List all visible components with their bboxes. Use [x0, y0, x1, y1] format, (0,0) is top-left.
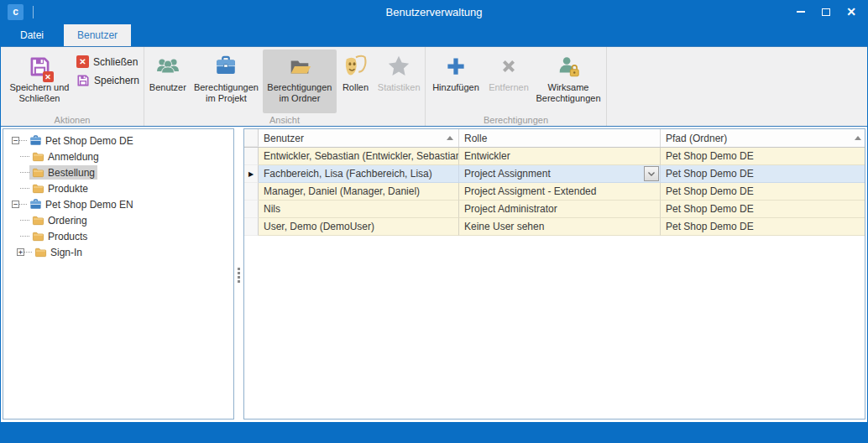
permissions-in-folder-button[interactable]: Berechtigungen im Ordner — [263, 50, 336, 113]
grid-row-user-demo[interactable]: User, Demo (DemoUser) Keine User sehen P… — [244, 218, 865, 236]
close-x-icon: ✕ — [76, 55, 89, 68]
app-icon[interactable]: c — [8, 4, 24, 20]
permissions-in-folder-label: Berechtigungen im Ordner — [263, 82, 336, 104]
folder-icon — [32, 230, 44, 242]
status-bar — [1, 422, 867, 443]
expand-expander-icon[interactable]: + — [17, 248, 24, 256]
folder-tree-panel: − Pet Shop Demo DE — [3, 128, 234, 420]
cell-benutzer[interactable]: User, Demo (DemoUser) — [259, 218, 459, 236]
tree-connector — [19, 204, 27, 205]
grid-row-entwickler[interactable]: Entwickler, Sebastian (Entwickler, Sebas… — [244, 148, 865, 165]
rolle-dropdown-button[interactable] — [644, 166, 659, 181]
tree-node-ordering[interactable]: Ordering — [3, 212, 233, 228]
rollen-button[interactable]: Rollen — [337, 50, 375, 113]
group-label-berechtigungen: Berechtigungen — [426, 115, 606, 125]
permissions-in-project-button[interactable]: Berechtigungen im Projekt — [190, 50, 263, 113]
tree-node-label: Pet Shop Demo EN — [45, 199, 133, 211]
grid-header-gutter — [244, 129, 259, 147]
group-label-aktionen: Aktionen — [1, 115, 144, 125]
tree-node-sign-in[interactable]: + Sign-In — [3, 244, 233, 260]
collapse-expander-icon[interactable]: − — [12, 137, 19, 144]
window-controls: ✕ — [788, 0, 864, 23]
rolle-editor-value: Project Assignment — [464, 168, 551, 180]
column-header-label: Benutzer — [264, 133, 304, 144]
ribbon-tab-strip: Datei Benutzer — [1, 23, 867, 46]
benutzer-view-button[interactable]: Benutzer — [146, 50, 190, 113]
tree-node-pet-shop-demo-en[interactable]: − Pet Shop Demo EN — [3, 196, 233, 212]
cell-benutzer[interactable]: Fachbereich, Lisa (Fachbereich, Lisa) — [259, 165, 459, 183]
cell-rolle[interactable]: Project Administrator — [459, 201, 661, 218]
statistiken-button: Statistiken — [374, 50, 423, 113]
tree-node-label: Bestellung — [48, 167, 95, 179]
cell-pfad[interactable]: Pet Shop Demo DE — [661, 183, 865, 201]
remove-x-icon — [497, 52, 520, 81]
folder-icon — [32, 166, 44, 179]
group-label-ansicht: Ansicht — [144, 115, 425, 125]
close-editor-button[interactable]: ✕ Schließen — [76, 55, 139, 68]
cell-rolle[interactable]: Keine User sehen — [459, 218, 661, 236]
maximize-icon — [822, 8, 830, 16]
save-and-close-button[interactable]: ✕ Speichern und Schließen — [6, 50, 73, 113]
tree-connector — [24, 252, 32, 253]
save-button[interactable]: Speichern — [76, 74, 139, 87]
close-editor-label: Schließen — [93, 56, 138, 68]
tree-node-pet-shop-demo-de[interactable]: − Pet Shop Demo DE — [3, 133, 233, 149]
grid-row-nils[interactable]: Nils Project Administrator Pet Shop Demo… — [244, 201, 865, 218]
grid-row-manager[interactable]: Manager, Daniel (Manager, Daniel) Projec… — [244, 183, 865, 201]
tree-node-products[interactable]: Products — [3, 228, 233, 244]
aktionen-small-buttons: ✕ Schließen Speichern — [76, 55, 139, 87]
tree-node-produkte[interactable]: Produkte — [3, 180, 233, 196]
collapse-expander-icon[interactable]: − — [12, 201, 19, 208]
column-header-label: Pfad (Ordner) — [666, 133, 727, 144]
wirksame-berechtigungen-label: Wirksame Berechtigungen — [533, 82, 604, 104]
save-and-close-label: Speichern und Schließen — [6, 82, 73, 104]
cell-benutzer[interactable]: Nils — [259, 201, 459, 218]
chevron-down-icon — [648, 172, 655, 176]
app-window: c Benutzerverwaltung ✕ Datei Benutzer — [0, 0, 868, 443]
grid-row-fachbereich-selected[interactable]: ▶ Fachbereich, Lisa (Fachbereich, Lisa) … — [244, 165, 865, 183]
entfernen-button: Entfernen — [484, 50, 533, 113]
cell-rolle[interactable]: Project Assigment - Extended — [459, 183, 661, 201]
column-header-benutzer[interactable]: Benutzer — [259, 129, 459, 147]
cell-rolle-editor[interactable]: Project Assignment — [459, 165, 661, 183]
minimize-button[interactable] — [788, 0, 813, 23]
briefcase-icon — [213, 52, 238, 81]
cell-rolle[interactable]: Entwickler — [459, 148, 661, 165]
folder-icon — [34, 246, 47, 258]
row-indicator-cell — [244, 183, 259, 201]
window-title: Benutzerverwaltung — [1, 6, 867, 18]
close-button[interactable]: ✕ — [839, 0, 864, 23]
masks-icon — [342, 52, 368, 81]
rollen-label: Rollen — [342, 82, 369, 93]
folder-tree: − Pet Shop Demo DE — [3, 129, 233, 260]
tab-benutzer[interactable]: Benutzer — [64, 24, 131, 46]
row-indicator-cell — [244, 201, 259, 218]
column-header-pfad[interactable]: Pfad (Ordner) — [661, 129, 865, 147]
tree-node-anmeldung[interactable]: Anmeldung — [3, 149, 233, 164]
cell-pfad[interactable]: Pet Shop Demo DE — [661, 201, 865, 218]
save-close-icon: ✕ — [29, 52, 51, 81]
cell-pfad[interactable]: Pet Shop Demo DE — [661, 148, 865, 165]
cell-benutzer[interactable]: Manager, Daniel (Manager, Daniel) — [259, 183, 459, 201]
tree-connector — [20, 220, 29, 221]
tree-node-bestellung-selected[interactable]: Bestellung — [3, 164, 233, 180]
hinzufuegen-button[interactable]: Hinzufügen — [427, 50, 484, 113]
column-header-rolle[interactable]: Rolle — [459, 129, 661, 147]
minimize-icon — [797, 11, 805, 13]
ribbon-group-ansicht: Benutzer Berechtigungen im Projekt — [144, 47, 426, 126]
sort-ascending-icon — [855, 136, 861, 140]
cell-pfad[interactable]: Pet Shop Demo DE — [661, 218, 865, 236]
red-x-badge-icon: ✕ — [43, 71, 54, 82]
maximize-button[interactable] — [813, 0, 839, 23]
cell-benutzer[interactable]: Entwickler, Sebastian (Entwickler, Sebas… — [259, 148, 459, 165]
statistiken-label: Statistiken — [378, 82, 421, 93]
cell-pfad[interactable]: Pet Shop Demo DE — [661, 165, 865, 183]
tree-node-label: Ordering — [48, 215, 87, 227]
splitter-grip-icon — [238, 268, 240, 283]
folder-icon — [32, 214, 44, 227]
folder-icon — [32, 182, 44, 195]
tab-datei[interactable]: Datei — [7, 24, 57, 46]
wirksame-berechtigungen-button[interactable]: Wirksame Berechtigungen — [533, 50, 604, 113]
tree-node-label: Products — [48, 231, 87, 242]
panel-splitter[interactable] — [235, 128, 243, 420]
